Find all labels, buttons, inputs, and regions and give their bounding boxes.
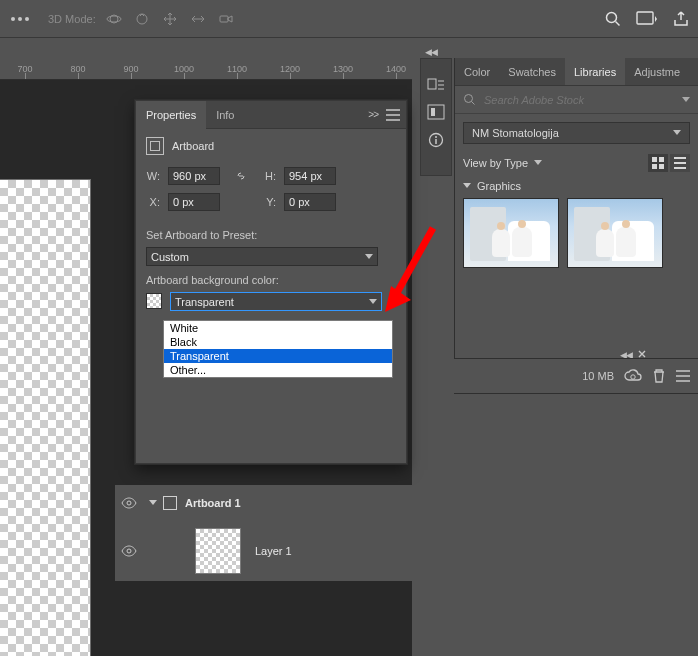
visibility-eye-icon[interactable] <box>115 497 143 509</box>
visibility-eye-icon[interactable] <box>115 545 143 557</box>
bgcolor-dropdown-list: WhiteBlackTransparentOther... <box>163 320 393 378</box>
share-icon[interactable] <box>672 10 690 28</box>
layer-row-layer1[interactable]: Layer 1 <box>115 521 412 581</box>
bgcolor-select[interactable]: Transparent <box>170 292 382 311</box>
chevron-down-icon <box>369 299 377 305</box>
library-search-row <box>455 86 698 114</box>
svg-point-18 <box>631 375 635 379</box>
svg-rect-14 <box>652 157 657 162</box>
x-input[interactable] <box>168 193 220 211</box>
preset-value: Custom <box>151 251 189 263</box>
bgcolor-dropdown-option[interactable]: Other... <box>164 363 392 377</box>
bgcolor-label: Artboard background color: <box>146 274 396 286</box>
chevron-down-icon <box>673 130 681 136</box>
width-input[interactable] <box>168 167 220 185</box>
bgcolor-dropdown-option[interactable]: Transparent <box>164 349 392 363</box>
ruler-tick-label: 1400 <box>386 64 406 74</box>
layer-label[interactable]: Layer 1 <box>255 545 292 557</box>
right-panel-tabs: Color Swatches Libraries Adjustme <box>455 58 698 86</box>
artboard-layer-label[interactable]: Artboard 1 <box>185 497 241 509</box>
link-dimensions-icon[interactable] <box>234 169 248 183</box>
chevron-down-icon <box>365 254 373 260</box>
library-search-input[interactable] <box>482 93 682 107</box>
tab-libraries[interactable]: Libraries <box>565 58 625 86</box>
bgcolor-dropdown-option[interactable]: Black <box>164 335 392 349</box>
library-view-row: View by Type <box>463 152 690 174</box>
layer-row-artboard[interactable]: Artboard 1 <box>115 485 412 521</box>
svg-rect-17 <box>659 164 664 169</box>
ruler-tick-label: 700 <box>17 64 32 74</box>
right-mini-toolbar: ◀◀ <box>420 58 452 176</box>
svg-point-4 <box>607 13 617 23</box>
graphic-thumbnail[interactable] <box>463 198 559 268</box>
mode-icons-group <box>106 11 234 27</box>
graphics-thumbnails <box>463 198 690 268</box>
slide-icon[interactable] <box>190 11 206 27</box>
camera-icon[interactable] <box>218 11 234 27</box>
y-input[interactable] <box>284 193 336 211</box>
y-label: Y: <box>262 196 276 208</box>
list-view-button[interactable] <box>670 154 690 172</box>
ruler-tick-label: 900 <box>123 64 138 74</box>
svg-point-1 <box>107 16 121 22</box>
library-select[interactable]: NM Stomatologija <box>463 122 690 144</box>
bgcolor-swatch[interactable] <box>146 293 162 309</box>
panel-menu-icon[interactable] <box>386 109 400 121</box>
collapse-chevron-icon[interactable]: ◀◀ <box>425 47 437 57</box>
artboard-title: Artboard <box>172 140 214 152</box>
screen-mode-icon[interactable] <box>636 11 658 27</box>
tab-properties[interactable]: Properties <box>136 101 206 129</box>
svg-rect-9 <box>428 105 444 119</box>
roll-icon[interactable] <box>134 11 150 27</box>
grid-view-button[interactable] <box>648 154 668 172</box>
collapse-chevron-icon[interactable]: >> <box>368 109 378 120</box>
menu-more-icon[interactable] <box>8 9 32 29</box>
tab-swatches[interactable]: Swatches <box>499 58 565 86</box>
graphic-thumbnail[interactable] <box>567 198 663 268</box>
tab-color[interactable]: Color <box>455 58 499 86</box>
ruler-tick-label: 1100 <box>227 64 247 74</box>
svg-point-7 <box>127 549 131 553</box>
layer-thumbnail[interactable] <box>195 528 241 574</box>
graphics-section-header[interactable]: Graphics <box>463 180 690 192</box>
tab-info[interactable]: Info <box>206 101 244 129</box>
library-name: NM Stomatologija <box>472 127 559 139</box>
mode-label: 3D Mode: <box>48 13 96 25</box>
ruler-tick-label: 800 <box>70 64 85 74</box>
search-icon[interactable] <box>463 93 476 106</box>
height-input[interactable] <box>284 167 336 185</box>
bgcolor-value: Transparent <box>175 296 234 308</box>
bgcolor-dropdown-option[interactable]: White <box>164 321 392 335</box>
artboard-badge-icon <box>163 496 177 510</box>
ruler-tick-label: 1000 <box>174 64 194 74</box>
twirl-down-icon <box>463 183 471 189</box>
status-bar: 10 MB <box>454 358 698 394</box>
svg-rect-15 <box>659 157 664 162</box>
graphics-label: Graphics <box>477 180 521 192</box>
orbit-icon[interactable] <box>106 11 122 27</box>
cloud-icon[interactable] <box>624 369 642 383</box>
properties-panel: Properties Info >> Artboard W: H: X: Y: <box>135 100 407 464</box>
preset-select[interactable]: Custom <box>146 247 378 266</box>
svg-point-13 <box>465 95 473 103</box>
chevron-down-icon[interactable] <box>534 160 542 166</box>
h-label: H: <box>262 170 276 182</box>
w-label: W: <box>146 170 160 182</box>
chevron-down-icon[interactable] <box>682 97 690 103</box>
panel-menu-icon[interactable] <box>676 370 690 382</box>
svg-point-6 <box>127 501 131 505</box>
paragraph-styles-icon[interactable] <box>427 75 445 93</box>
character-styles-icon[interactable] <box>427 103 445 121</box>
info-icon[interactable] <box>427 131 445 149</box>
options-bar: 3D Mode: <box>0 0 698 38</box>
twirl-down-icon[interactable] <box>143 500 163 506</box>
search-icon[interactable] <box>604 10 622 28</box>
trash-icon[interactable] <box>652 368 666 384</box>
svg-rect-8 <box>428 79 436 89</box>
canvas-transparent[interactable] <box>0 180 90 656</box>
svg-rect-16 <box>652 164 657 169</box>
pan-icon[interactable] <box>162 11 178 27</box>
view-by-label[interactable]: View by Type <box>463 157 528 169</box>
horizontal-ruler: 70080090010001100120013001400 <box>0 62 412 80</box>
tab-adjustments[interactable]: Adjustme <box>625 58 689 86</box>
